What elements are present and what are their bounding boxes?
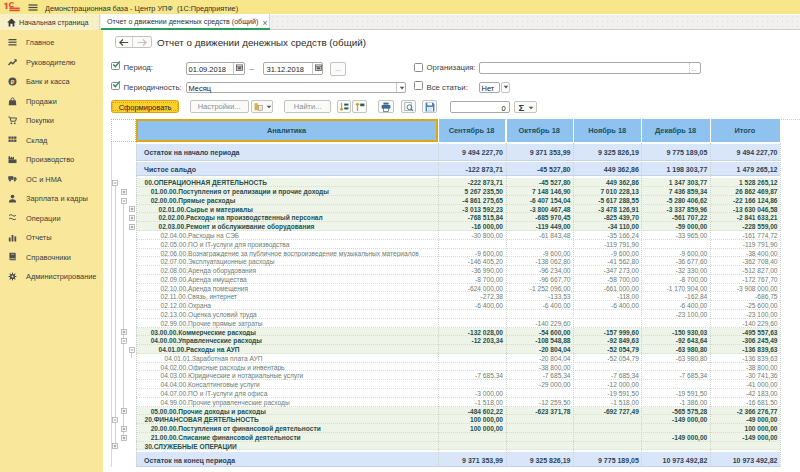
svg-text:₽: ₽: [10, 79, 14, 85]
